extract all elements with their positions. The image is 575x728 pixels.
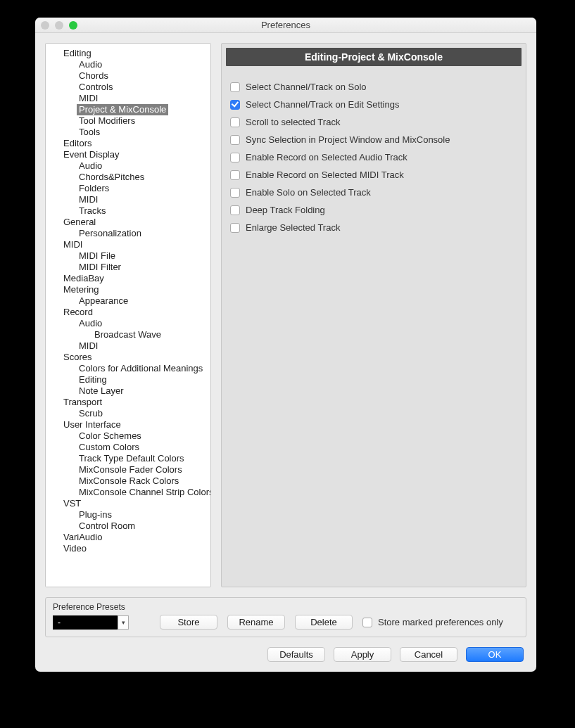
rename-button[interactable]: Rename	[227, 615, 285, 630]
tree-item[interactable]: Colors for Additional Meanings	[46, 363, 210, 374]
tree-item[interactable]: Plug-ins	[46, 509, 210, 521]
panel-header: Editing-Project & MixConsole	[226, 48, 522, 66]
tree-item-label: Event Display	[61, 149, 121, 160]
tree-item[interactable]: MixConsole Channel Strip Colors	[46, 487, 210, 498]
tree-item[interactable]: Audio	[46, 160, 210, 172]
tree-item[interactable]: Tracks	[46, 205, 210, 217]
tree-item[interactable]: Audio	[46, 59, 210, 70]
tree-item[interactable]: Event Display	[46, 149, 210, 160]
tree-item-label: Video	[61, 543, 89, 554]
tree-item-label: Tracks	[77, 205, 108, 217]
tree-item[interactable]: MixConsole Rack Colors	[46, 475, 210, 487]
tree-item[interactable]: Controls	[46, 82, 210, 93]
option-checkbox[interactable]	[230, 117, 240, 127]
tree-item[interactable]: Project & MixConsole	[46, 104, 210, 115]
tree-item[interactable]: Video	[46, 543, 210, 554]
option-row: Scroll to selected Track	[230, 114, 517, 132]
tree-item[interactable]: Audio	[46, 318, 210, 329]
option-checkbox[interactable]	[230, 223, 240, 233]
option-checkbox[interactable]	[230, 205, 240, 215]
store-button[interactable]: Store	[160, 615, 217, 630]
zoom-icon[interactable]	[69, 21, 77, 30]
preferences-window: Preferences EditingAudioChordsControlsMI…	[35, 18, 536, 672]
tree-item[interactable]: Tool Modifiers	[46, 115, 210, 127]
tree-item-label: MixConsole Rack Colors	[77, 475, 181, 487]
option-label: Scroll to selected Track	[246, 117, 340, 127]
tree-item[interactable]: Transport	[46, 397, 210, 408]
tree-item[interactable]: Personalization	[46, 228, 210, 239]
tree-item-label: Control Room	[77, 521, 137, 532]
tree-item[interactable]: Color Schemes	[46, 430, 210, 442]
tree-item[interactable]: Chords	[46, 70, 210, 82]
tree-item[interactable]: MIDI	[46, 93, 210, 104]
tree-item[interactable]: General	[46, 217, 210, 228]
preset-select[interactable]: - ▾	[53, 615, 129, 630]
option-checkbox[interactable]	[230, 135, 240, 145]
tree-item[interactable]: Record	[46, 307, 210, 318]
tree-item[interactable]: Chords&Pitches	[46, 172, 210, 183]
tree-item[interactable]: Editing	[46, 374, 210, 385]
tree-item[interactable]: Custom Colors	[46, 442, 210, 453]
option-row: Enlarge Selected Track	[230, 219, 517, 237]
tree-item[interactable]: Folders	[46, 183, 210, 194]
tree-item[interactable]: Tools	[46, 127, 210, 138]
tree-item[interactable]: Appearance	[46, 295, 210, 307]
apply-button[interactable]: Apply	[334, 647, 391, 662]
tree-item-label: Tools	[77, 127, 102, 138]
option-row: Enable Record on Selected MIDI Track	[230, 167, 517, 184]
tree-item[interactable]: Broadcast Wave	[46, 329, 210, 340]
store-marked-only-checkbox[interactable]	[362, 618, 372, 627]
titlebar: Preferences	[35, 18, 536, 33]
option-checkbox[interactable]	[230, 82, 240, 92]
option-row: Deep Track Folding	[230, 202, 517, 219]
tree-item-label: MixConsole Channel Strip Colors	[77, 487, 211, 498]
ok-button[interactable]: OK	[466, 647, 524, 662]
tree-item[interactable]: Metering	[46, 284, 210, 295]
tree-item-label: Plug-ins	[77, 509, 114, 521]
chevron-down-icon[interactable]: ▾	[118, 615, 129, 630]
tree-item-label: Note Layer	[77, 385, 126, 397]
option-checkbox[interactable]	[230, 100, 240, 110]
option-checkbox[interactable]	[230, 153, 240, 162]
defaults-button[interactable]: Defaults	[267, 647, 325, 662]
tree-item[interactable]: VariAudio	[46, 532, 210, 543]
tree-item-label: Transport	[61, 397, 104, 408]
tree-item[interactable]: Editing	[46, 48, 210, 59]
tree-item-label: Editing	[77, 374, 109, 385]
tree-item[interactable]: MIDI	[46, 340, 210, 352]
tree-item[interactable]: Scrub	[46, 408, 210, 419]
option-row: Select Channel/Track on Solo	[230, 79, 517, 96]
tree-item[interactable]: VST	[46, 498, 210, 509]
minimize-icon[interactable]	[55, 21, 63, 30]
tree-item-label: Chords	[77, 70, 110, 82]
tree-item-label: Folders	[77, 183, 111, 194]
option-label: Select Channel/Track on Edit Settings	[246, 99, 399, 110]
tree-item-label: MIDI File	[77, 250, 118, 262]
tree-item[interactable]: Note Layer	[46, 385, 210, 397]
option-checkbox[interactable]	[230, 170, 240, 180]
window-controls	[41, 21, 77, 30]
preset-current[interactable]: -	[53, 615, 118, 630]
tree-item[interactable]: User Interface	[46, 419, 210, 430]
option-label: Enable Record on Selected MIDI Track	[246, 170, 404, 180]
option-label: Deep Track Folding	[246, 205, 325, 215]
tree-item[interactable]: MIDI Filter	[46, 262, 210, 273]
option-checkbox[interactable]	[230, 188, 240, 198]
close-icon[interactable]	[41, 21, 49, 30]
tree-item[interactable]: Editors	[46, 138, 210, 149]
tree-item[interactable]: MIDI File	[46, 250, 210, 262]
category-tree[interactable]: EditingAudioChordsControlsMIDIProject & …	[45, 43, 211, 587]
cancel-button[interactable]: Cancel	[400, 647, 457, 662]
tree-item[interactable]: Track Type Default Colors	[46, 453, 210, 464]
tree-item-label: MIDI	[77, 194, 100, 205]
tree-item[interactable]: MediaBay	[46, 273, 210, 284]
tree-item[interactable]: MIDI	[46, 194, 210, 205]
tree-item[interactable]: Control Room	[46, 521, 210, 532]
tree-item-label: General	[61, 217, 98, 228]
delete-button[interactable]: Delete	[295, 615, 353, 630]
tree-item[interactable]: MIDI	[46, 239, 210, 250]
tree-item-label: Appearance	[77, 295, 130, 307]
tree-item-label: Record	[61, 307, 95, 318]
tree-item[interactable]: Scores	[46, 352, 210, 363]
tree-item[interactable]: MixConsole Fader Colors	[46, 464, 210, 475]
